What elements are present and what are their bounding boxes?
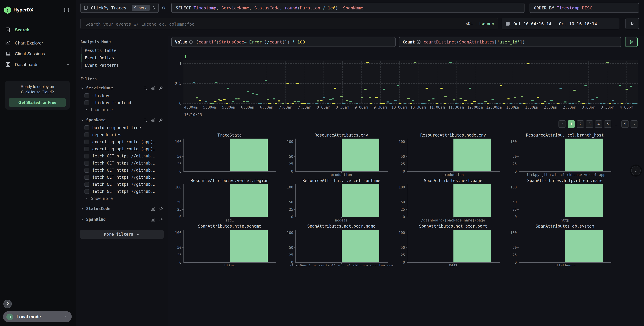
- sidebar-item-client-sessions[interactable]: Client Sessions: [0, 49, 76, 59]
- checkbox[interactable]: [84, 182, 89, 187]
- delta-mark: [320, 100, 322, 101]
- filter-checkbox-item[interactable]: build component tree: [76, 124, 168, 131]
- mini-y-tick-label: 100: [507, 230, 517, 234]
- filter-group-header-spanname[interactable]: SpanName: [76, 116, 168, 124]
- search-icon[interactable]: [143, 86, 148, 90]
- sidebar-item-label: Search: [15, 27, 30, 32]
- get-started-button[interactable]: Get Started for Free: [9, 98, 66, 107]
- filter-group-name: ServiceName: [86, 86, 143, 90]
- bar: [454, 230, 491, 262]
- pagination-page-4[interactable]: 4: [595, 120, 602, 128]
- analysis-mode-heading: Analysis Mode: [80, 40, 168, 44]
- filter-group-header-statuscode[interactable]: StatusCode: [76, 205, 168, 213]
- sidebar-item-dashboards[interactable]: Dashboards: [0, 59, 76, 69]
- filter-item-label: dependencies: [92, 132, 121, 137]
- pagination-prev-button[interactable]: ‹: [558, 120, 566, 128]
- pin-icon[interactable]: [158, 217, 163, 222]
- checkbox[interactable]: [84, 100, 89, 105]
- pagination-page-1[interactable]: 1: [568, 120, 575, 128]
- filter-checkbox-item[interactable]: executing api route (app)…: [76, 138, 168, 145]
- filter-checkbox-item[interactable]: fetch GET https://github.…: [76, 167, 168, 174]
- more-label: Load more: [91, 107, 113, 112]
- gear-icon[interactable]: ⚙: [162, 5, 165, 11]
- checkbox[interactable]: [84, 132, 89, 137]
- time-range-picker[interactable]: Oct 10 04:16:14 - Oct 10 16:16:14: [502, 18, 620, 29]
- mode-lucene[interactable]: Lucene: [479, 21, 494, 26]
- mini-y-tick-label: 50: [507, 200, 517, 204]
- schema-badge[interactable]: Schema: [132, 5, 150, 11]
- pagination-page-2[interactable]: 2: [577, 120, 584, 128]
- filter-checkbox-item[interactable]: fetch GET https://github.…: [76, 152, 168, 159]
- delta-mark: [423, 103, 426, 104]
- filter-checkbox-item[interactable]: fetch GET https://github.…: [76, 159, 168, 167]
- run-query-button[interactable]: [625, 37, 638, 47]
- pin-icon[interactable]: [158, 207, 163, 211]
- search-input[interactable]: [85, 18, 440, 30]
- bar-chart-icon[interactable]: [151, 86, 155, 90]
- analysis-mode-event-patterns[interactable]: Event Patterns: [81, 62, 168, 69]
- count-expression-editor[interactable]: Count countDistinct(SpanAttributes['user…: [399, 37, 621, 47]
- filter-checkbox-item[interactable]: clickpy: [76, 92, 168, 99]
- y-tick-label: 1: [171, 61, 182, 66]
- order-by-editor[interactable]: ORDER BY Timestamp DESC: [530, 3, 639, 13]
- chart-settings-fab[interactable]: [631, 166, 641, 175]
- count-expression: countDistinct(SpanAttributes['user_id']): [424, 40, 525, 45]
- analysis-mode-results-table[interactable]: Results Table: [81, 47, 168, 54]
- filter-checkbox-item[interactable]: clickpy-frontend: [76, 99, 168, 106]
- filter-checkbox-item[interactable]: dependencies: [76, 131, 168, 138]
- source-select[interactable]: ClickPy Traces Schema: [80, 3, 158, 13]
- checkbox[interactable]: [84, 125, 89, 130]
- filter-checkbox-item[interactable]: fetch GET https://github.…: [76, 174, 168, 181]
- value-expression: (countIf(StatusCode='Error')/count()) * …: [196, 40, 305, 45]
- more-filters-button[interactable]: More filters: [80, 230, 164, 239]
- pagination-page-5[interactable]: 5: [604, 120, 611, 128]
- pagination-page-9[interactable]: 9: [622, 120, 629, 128]
- analysis-mode-event-deltas[interactable]: Event Deltas: [81, 54, 168, 62]
- filter-item-label: fetch GET https://github.…: [92, 161, 156, 165]
- filter-checkbox-item[interactable]: fetch GET https://github.…: [76, 188, 168, 195]
- bar-chart-icon[interactable]: [151, 217, 155, 222]
- checkbox[interactable]: [84, 161, 89, 165]
- local-mode-menu[interactable]: U Local mode: [3, 311, 72, 322]
- mode-sql[interactable]: SQL: [466, 21, 473, 26]
- help-button[interactable]: ?: [3, 300, 12, 308]
- value-expression-editor[interactable]: Value (countIf(StatusCode='Error')/count…: [171, 37, 396, 47]
- chart-plot-area[interactable]: [184, 60, 638, 103]
- sidebar-item-chart-explorer[interactable]: Chart Explorer: [0, 38, 76, 48]
- x-tick-label: 11:30am: [446, 105, 466, 110]
- checkbox[interactable]: [84, 139, 89, 144]
- mini-y-tick-label: 50: [283, 154, 293, 158]
- mini-y-tick-label: 25: [171, 207, 182, 211]
- checkbox[interactable]: [84, 175, 89, 180]
- sidebar-collapse-icon[interactable]: [64, 7, 69, 13]
- filter-item-label: executing api route (app)…: [92, 139, 156, 144]
- checkbox[interactable]: [84, 168, 89, 173]
- search-submit-button[interactable]: [626, 18, 639, 29]
- pin-icon[interactable]: [158, 118, 163, 122]
- load-more-link[interactable]: Load more: [76, 106, 168, 113]
- delta-mark: [568, 103, 571, 104]
- delta-mark: [518, 103, 521, 104]
- pagination-next-button[interactable]: ›: [630, 120, 638, 128]
- sql-select-editor[interactable]: SELECT Timestamp, ServiceName, StatusCod…: [171, 3, 524, 13]
- filter-group-header-spankind[interactable]: SpanKind: [76, 215, 168, 224]
- pin-icon[interactable]: [158, 86, 163, 90]
- search-icon[interactable]: [143, 118, 148, 122]
- pagination-page-3[interactable]: 3: [586, 120, 593, 128]
- checkbox[interactable]: [84, 146, 89, 151]
- checkbox[interactable]: [84, 93, 89, 98]
- show-more-link[interactable]: Show more: [76, 195, 168, 202]
- delta-mark: [603, 103, 605, 104]
- filter-checkbox-item[interactable]: fetch GET https://github.…: [76, 181, 168, 188]
- mini-chart-plot: [407, 184, 500, 217]
- sidebar-item-search[interactable]: Search: [0, 25, 76, 35]
- checkbox[interactable]: [84, 189, 89, 194]
- checkbox[interactable]: [84, 153, 89, 158]
- bar-chart-icon[interactable]: [151, 207, 155, 211]
- filter-checkbox-item[interactable]: executing api route (app)…: [76, 145, 168, 152]
- x-tick-label: 4:00pm: [617, 105, 636, 110]
- bar-chart-icon[interactable]: [151, 118, 155, 122]
- x-tick-label: 10:00am: [390, 105, 409, 110]
- delta-mark: [218, 99, 220, 100]
- filter-group-header-servicename[interactable]: ServiceName: [76, 84, 168, 92]
